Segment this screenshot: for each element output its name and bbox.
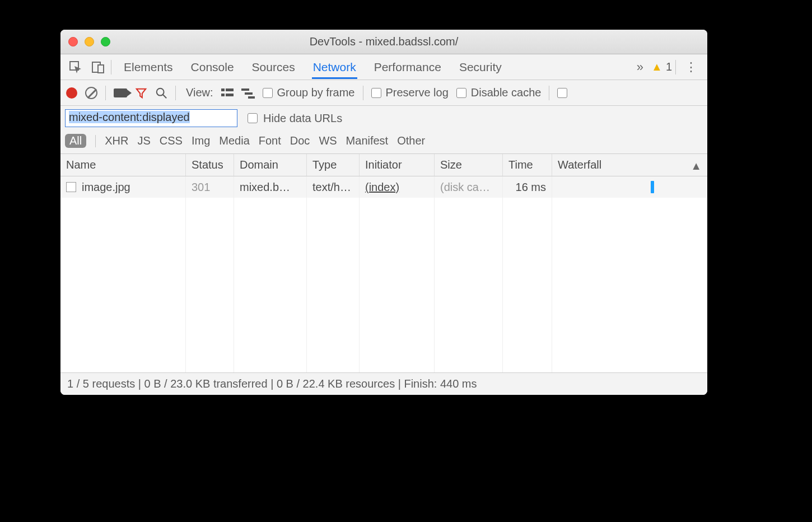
svg-rect-6 (226, 88, 234, 91)
checkbox-icon (371, 88, 381, 98)
filter-type-doc[interactable]: Doc (290, 134, 310, 147)
col-waterfall[interactable]: Waterfall ▲ (552, 154, 707, 176)
device-toolbar-icon[interactable] (88, 58, 108, 77)
svg-point-3 (157, 88, 164, 95)
tab-console[interactable]: Console (190, 55, 235, 79)
svg-rect-9 (241, 88, 249, 91)
col-size[interactable]: Size (435, 154, 503, 176)
record-button[interactable] (66, 87, 77, 99)
table-row[interactable]: image.jpg 301 mixed.b… text/h… (index) (… (60, 176, 707, 198)
cell-time: 16 ms (503, 176, 552, 198)
svg-rect-8 (226, 94, 234, 96)
filter-type-xhr[interactable]: XHR (105, 134, 128, 147)
checkbox-icon (263, 88, 273, 98)
separator (95, 135, 96, 147)
svg-line-4 (163, 94, 166, 97)
col-waterfall-label: Waterfall (558, 159, 601, 171)
search-icon[interactable] (155, 87, 167, 99)
filter-type-css[interactable]: CSS (160, 134, 183, 147)
checkbox-icon (557, 88, 567, 98)
svg-rect-10 (245, 92, 253, 95)
screenshots-icon[interactable] (114, 88, 127, 97)
separator (175, 86, 176, 100)
offline-checkbox-partial[interactable] (557, 88, 567, 98)
requests-table: Name Status Domain Type Initiator Size T… (60, 154, 707, 372)
tab-performance[interactable]: Performance (373, 55, 442, 79)
group-by-frame-checkbox[interactable]: Group by frame (263, 86, 355, 99)
col-initiator[interactable]: Initiator (360, 154, 435, 176)
separator (549, 86, 549, 100)
filter-type-all[interactable]: All (65, 134, 86, 148)
svg-rect-2 (98, 65, 104, 73)
disable-cache-label: Disable cache (471, 86, 542, 99)
col-time[interactable]: Time (503, 154, 552, 176)
filter-input[interactable]: mixed-content:displayed (65, 109, 237, 127)
cell-name: image.jpg (60, 176, 186, 198)
filter-input-value: mixed-content:displayed (69, 111, 190, 123)
table-header: Name Status Domain Type Initiator Size T… (60, 154, 707, 176)
svg-rect-5 (221, 88, 225, 91)
titlebar: DevTools - mixed.badssl.com/ (60, 30, 707, 54)
checkbox-icon (248, 113, 258, 123)
sort-asc-icon: ▲ (690, 160, 702, 173)
hide-data-urls-checkbox[interactable]: Hide data URLs (248, 112, 342, 125)
filter-toggle-icon[interactable] (135, 87, 147, 99)
cell-name-text: image.jpg (82, 181, 130, 194)
col-status[interactable]: Status (186, 154, 234, 176)
cell-waterfall (552, 176, 707, 198)
separator (675, 60, 676, 74)
window-title: DevTools - mixed.badssl.com/ (60, 35, 707, 48)
filter-type-ws[interactable]: WS (319, 134, 337, 147)
clear-button[interactable] (85, 87, 97, 99)
large-rows-icon[interactable] (221, 87, 234, 99)
svg-rect-11 (248, 96, 255, 99)
warning-triangle-icon: ▲ (651, 60, 662, 73)
waterfall-bar (651, 181, 654, 193)
preserve-log-checkbox[interactable]: Preserve log (371, 86, 449, 99)
hide-data-urls-label: Hide data URLs (263, 112, 342, 125)
tab-elements[interactable]: Elements (123, 55, 174, 79)
svg-rect-7 (221, 94, 225, 96)
tab-sources[interactable]: Sources (251, 55, 296, 79)
panel-tabs: Elements Console Sources Network Perform… (123, 55, 629, 79)
col-domain[interactable]: Domain (234, 154, 307, 176)
tab-network[interactable]: Network (312, 55, 357, 79)
col-type[interactable]: Type (307, 154, 360, 176)
cell-initiator: (index) (360, 176, 435, 198)
preserve-log-label: Preserve log (386, 86, 449, 99)
filter-type-js[interactable]: JS (137, 134, 150, 147)
cell-type: text/h… (307, 176, 360, 198)
waterfall-view-icon[interactable] (241, 87, 255, 99)
disable-cache-checkbox[interactable]: Disable cache (456, 86, 542, 99)
filter-type-other[interactable]: Other (397, 134, 425, 147)
devtools-window: DevTools - mixed.badssl.com/ Elements Co… (60, 30, 707, 395)
warnings-badge[interactable]: ▲ 1 (651, 60, 672, 73)
more-tabs-chevron-icon[interactable]: » (632, 60, 648, 74)
filter-type-font[interactable]: Font (259, 134, 281, 147)
separator (111, 60, 111, 74)
filter-type-img[interactable]: Img (192, 134, 210, 147)
initiator-link[interactable]: (index) (365, 181, 399, 194)
main-tabs-row: Elements Console Sources Network Perform… (60, 54, 707, 80)
filter-type-media[interactable]: Media (219, 134, 249, 147)
group-by-frame-label: Group by frame (277, 86, 355, 99)
resource-type-filters: All XHR JS CSS Img Media Font Doc WS Man… (65, 132, 703, 151)
filter-bar: mixed-content:displayed Hide data URLs A… (60, 106, 707, 154)
col-name[interactable]: Name (60, 154, 186, 176)
separator (105, 86, 106, 100)
cell-domain: mixed.b… (234, 176, 307, 198)
filter-type-manifest[interactable]: Manifest (346, 134, 389, 147)
status-bar: 1 / 5 requests | 0 B / 23.0 KB transferr… (60, 372, 707, 395)
view-label: View: (186, 86, 213, 99)
inspect-element-icon[interactable] (66, 58, 85, 77)
checkbox-icon (456, 88, 466, 98)
settings-kebab-icon[interactable]: ⋮ (679, 60, 703, 74)
cell-status: 301 (186, 176, 234, 198)
file-icon (66, 182, 76, 192)
table-body: image.jpg 301 mixed.b… text/h… (index) (… (60, 176, 707, 372)
status-text: 1 / 5 requests | 0 B / 23.0 KB transferr… (67, 377, 477, 390)
cell-size: (disk ca… (435, 176, 503, 198)
network-toolbar: View: Group by frame Preserve log Disabl… (60, 80, 707, 106)
separator (363, 86, 363, 100)
tab-security[interactable]: Security (458, 55, 503, 79)
